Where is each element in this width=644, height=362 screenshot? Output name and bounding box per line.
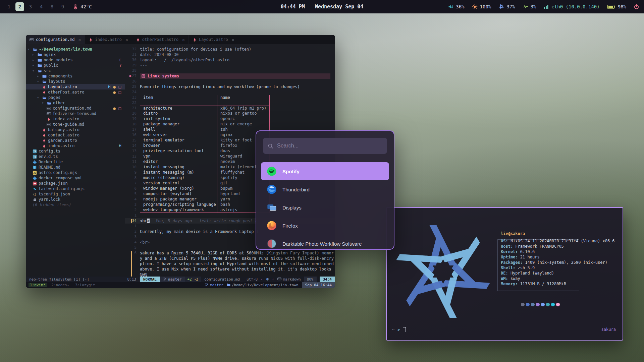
svg-text:{}: {} xyxy=(33,192,37,196)
workspace-2[interactable]: 2 xyxy=(15,2,24,11)
brightness-module[interactable]: 100% xyxy=(472,4,491,9)
temperature-module[interactable]: 42°C xyxy=(72,4,92,9)
topbar-modules: 36%100%37%3%eth0 (10.0.0.140)98% xyxy=(448,4,639,9)
tmux-window-2nodes[interactable]: 2:nodes- xyxy=(50,283,70,287)
tab-configuration.md[interactable]: configuration.md× xyxy=(26,35,85,44)
line-number: 4 xyxy=(125,197,140,202)
git-change-sign xyxy=(131,251,132,277)
line-number: 3 xyxy=(125,202,140,207)
tree-file-otherPost.astro[interactable]: otherPost.astro●□ xyxy=(26,89,125,95)
tab-index.astro[interactable]: index.astro× xyxy=(85,35,132,44)
tree-file-configuration.md[interactable]: configuration.md●□ xyxy=(26,106,125,111)
markdown-table-row: browserfirefox xyxy=(140,143,270,148)
tree-file-config.ts[interactable]: TSconfig.ts xyxy=(26,148,125,154)
power-module[interactable] xyxy=(634,4,639,9)
close-icon[interactable]: × xyxy=(125,37,128,42)
tree-folder-nginx[interactable]: ▸nginx xyxy=(26,52,125,57)
line-number: 2 xyxy=(125,207,140,213)
workspace-4[interactable]: 4 xyxy=(37,2,46,11)
chevron-right-icon: ▸ xyxy=(33,64,36,67)
tree-file-astro.config.mjs[interactable]: JSastro.config.mjs xyxy=(26,170,125,175)
astro-icon xyxy=(136,38,140,42)
tree-file-Dockerfile[interactable]: Dockerfile xyxy=(26,159,125,165)
tree-file-tailwind.config.mjs[interactable]: tailwind.config.mjs xyxy=(26,186,125,191)
tree-file-garden.astro[interactable]: garden.astro xyxy=(26,138,125,143)
tree-file-docker-compose.yml[interactable]: docker-compose.yml xyxy=(26,175,125,181)
prompt-path: ~ xyxy=(392,327,394,332)
ts-icon: TS xyxy=(33,155,37,159)
tree-file-env.d.ts[interactable]: TSenv.d.ts xyxy=(26,154,125,159)
buffer-line-text[interactable]: <br>You, 5 days ago - feat: write rough … xyxy=(140,218,257,224)
launcher-item-darktable-photo-workflow-software[interactable]: Darktable Photo Workflow Software xyxy=(261,235,389,250)
tree-label: index.astro xyxy=(53,117,79,121)
buffer-line-text[interactable]: Currently, my main device is a Framework… xyxy=(140,229,259,234)
tree-folder-public[interactable]: ▸public? xyxy=(26,63,125,68)
close-icon[interactable]: × xyxy=(232,37,234,42)
tree-file-tone-guide.md[interactable]: tone-guide.md xyxy=(26,122,125,127)
terminal-window: liv@sakura OS: NixOS 24.11.20240828.71e9… xyxy=(386,207,623,341)
buffer-line-text[interactable]: date: 2024-08-30 xyxy=(140,52,179,57)
battery-module[interactable]: 98% xyxy=(607,4,626,9)
buffer-line-text[interactable]: layout: ../../layouts/otherPost.astro xyxy=(140,57,229,63)
tree-folder-node_modules[interactable]: ▸node_modulesE xyxy=(26,57,125,63)
tmux-window-1nvim[interactable]: 1:nvim* xyxy=(29,283,47,287)
workspace-9[interactable]: 9 xyxy=(58,2,67,11)
palette-dot xyxy=(541,303,545,306)
line-number: 6 xyxy=(125,186,140,191)
fetch-value: zsh 5.9 xyxy=(515,265,535,270)
tree-label: layouts xyxy=(48,79,65,84)
buffer-line-text[interactable]: --- xyxy=(140,63,147,68)
launcher-item-firefox[interactable]: Firefox xyxy=(261,217,389,235)
tree-label: src xyxy=(44,68,51,73)
table-cell-item: package manager xyxy=(140,122,217,127)
workspace-8[interactable]: 8 xyxy=(48,2,56,11)
tree-label: tone-guide.md xyxy=(53,122,84,127)
tree-file-balcony.astro[interactable]: balcony.astro xyxy=(26,127,125,132)
tree-file-tsconfig.json[interactable]: {}tsconfig.json xyxy=(26,191,125,197)
tree-file-fediverse-terms.md[interactable]: fediverse-terms.md xyxy=(26,111,125,116)
buffer-line-text[interactable]: Favorite things regarding Linux and my w… xyxy=(140,84,300,89)
search-box[interactable] xyxy=(263,138,387,154)
launcher-item-label: Spotify xyxy=(282,169,300,174)
tree-file-contact.astro[interactable]: contact.astro xyxy=(26,132,125,138)
markdown-heading[interactable]: Linux systems xyxy=(140,73,330,79)
load-module[interactable]: 3% xyxy=(523,4,536,9)
launcher-item-spotify[interactable]: Spotify xyxy=(261,162,389,180)
filetype-segment: markdown xyxy=(277,277,301,282)
tab-Layout.astro[interactable]: Layout.astro× xyxy=(189,35,238,44)
workspace-1[interactable]: 1 xyxy=(5,2,13,11)
buffer-line-text[interactable]: title: configuration for devices i use (… xyxy=(140,47,251,52)
tree-root[interactable]: ▾~/Development/liv.town xyxy=(26,47,125,52)
tree-file-README.md[interactable]: README.md xyxy=(26,165,125,170)
table-cell-item: nodejs package manager xyxy=(140,197,217,202)
shell-prompt[interactable]: ~ > xyxy=(392,327,406,332)
buffer-line-text[interactable]: <br> xyxy=(140,240,150,245)
branch-icon xyxy=(205,283,209,288)
tree-folder-src[interactable]: ▾src xyxy=(26,68,125,73)
tree-hidden-note[interactable]: (6 hidden items) xyxy=(26,202,125,207)
tree-folder-pages[interactable]: ▾pages xyxy=(26,95,125,100)
volume-module[interactable]: 36% xyxy=(448,4,464,9)
tree-folder-components[interactable]: ▸components xyxy=(26,73,125,79)
search-input[interactable] xyxy=(277,143,382,149)
tree-folder-other[interactable]: ▾other xyxy=(26,100,125,106)
launcher-item-thunderbird[interactable]: Thunderbird xyxy=(261,180,389,198)
network-module[interactable]: eth0 (10.0.0.140) xyxy=(543,4,599,9)
statusline-right: utf-8 ‹ ❄ ‹ markdown 80% 34:4 xyxy=(247,277,335,282)
table-cell-name: nix or emerge xyxy=(217,122,270,127)
tree-file-index.astro[interactable]: index.astroH xyxy=(26,143,125,148)
launcher-item-displays[interactable]: Displays xyxy=(261,198,389,217)
tree-file-yarn.lock[interactable]: yarn.lock xyxy=(26,197,125,202)
cpu-module[interactable]: 37% xyxy=(498,4,515,9)
close-icon[interactable]: × xyxy=(182,37,185,42)
tab-otherPost.astro[interactable]: otherPost.astro× xyxy=(132,35,189,44)
workspace-3[interactable]: 3 xyxy=(26,2,35,11)
tmux-window-3lazygit[interactable]: 3:lazygit xyxy=(74,283,97,287)
buffer-line-text[interactable]: sakura has a Ryzen 5 7640U, 32GB of DDR5… xyxy=(140,250,335,277)
tree-file-Layout.astro[interactable]: Layout.astroH●□ xyxy=(26,84,125,89)
tree-file-index.astro[interactable]: index.astro xyxy=(26,116,125,122)
line-number: 10 xyxy=(125,165,140,170)
close-icon[interactable]: × xyxy=(78,37,81,42)
tree-file-package.json[interactable]: package.json xyxy=(26,181,125,186)
tree-folder-layouts[interactable]: ▾layouts xyxy=(26,79,125,84)
